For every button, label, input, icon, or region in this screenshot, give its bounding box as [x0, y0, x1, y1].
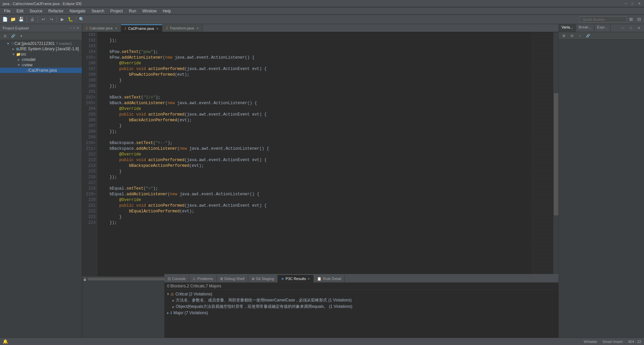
tab-label-transform: Transform.java [170, 26, 194, 30]
rp-tabs: Varia... Break... Expr... ─ □ ✕ [559, 24, 644, 32]
toolbar-save[interactable]: 💾 [17, 16, 25, 23]
major-group-header[interactable]: ▸ ℹ Major (7 Violations) [166, 310, 558, 316]
tab-problems-label: Problems [197, 277, 213, 281]
line-numbers: 191192193194 195=196197198 199200201202=… [82, 32, 97, 276]
menu-run[interactable]: Run [126, 8, 139, 14]
rp-btn-4[interactable]: 🔗 [584, 32, 592, 40]
rp-tab-breakpoints[interactable]: Break... [576, 24, 594, 32]
critical-warn-icon: ⚠ [170, 292, 174, 296]
rp-close[interactable]: ✕ [635, 24, 643, 32]
menu-navigate[interactable]: Navigate [67, 8, 88, 14]
rp-controls: ─ □ ✕ [618, 24, 644, 32]
rp-minimize[interactable]: ─ [619, 24, 627, 32]
tab-p3c-label: P3C Results [285, 277, 306, 281]
violation-expand-1: ▸ [172, 298, 174, 303]
menu-search[interactable]: Search [89, 8, 107, 14]
tree-item-src[interactable]: ▾ 📁 src [0, 52, 82, 57]
tab-calculate[interactable]: J Calculate.java ✕ [82, 24, 121, 32]
rp-btn-1[interactable]: ⊞ [560, 32, 568, 40]
rp-tab-breakpoints-label: Break... [579, 25, 591, 29]
tree-item-root[interactable]: ▾ ☆ Cal [java201721123017 master] [0, 41, 82, 46]
quick-access-input[interactable] [580, 16, 627, 22]
tab-p3c-close[interactable]: ✕ [307, 277, 310, 281]
rp-tab-variables[interactable]: Varia... [559, 24, 576, 32]
menu-bar: File Edit Source Refactor Navigate Searc… [0, 7, 644, 15]
pe-maximize[interactable]: □ [73, 26, 75, 30]
tab-p3c[interactable]: ➤ P3C Results ✕ [278, 275, 314, 282]
toolbar-debug[interactable]: 🐛 [67, 16, 74, 23]
menu-window[interactable]: Window [140, 8, 159, 14]
toolbar: 📄 📁 💾 🖨 ↩ ↪ ▶ 🐛 🔍 ⊞ ⊟ [0, 15, 644, 24]
tab-close-transform[interactable]: ✕ [196, 26, 199, 30]
tab-debug-shell-label: Debug Shell [224, 277, 245, 281]
pe-minimize[interactable]: ─ [69, 26, 72, 30]
tree-expand-src: ▾ [11, 52, 16, 57]
pe-collapse-all[interactable]: ⊟ [1, 32, 9, 40]
rp-maximize[interactable]: □ [627, 24, 635, 32]
code-area[interactable]: }); bPow.setText("pow"); bPow.addActionL… [97, 32, 532, 276]
rp-tab-expressions[interactable]: Expr... [594, 24, 610, 32]
tree-item-model[interactable]: ▸ ⊞ model [0, 57, 82, 62]
tab-console[interactable]: ⊡ Console [164, 275, 189, 282]
tree-expand-jre: ▸ [11, 47, 16, 51]
editor-outer: J Calculate.java ✕ J CalJFrame.java ✕ J … [82, 24, 558, 345]
tree-item-jre[interactable]: ▸ ⊞ JRE System Library [JavaSE-1.8] [0, 46, 82, 52]
rp-btn-3[interactable]: ↕ [576, 32, 584, 40]
violation-item-2[interactable]: ▸ Object的equals方法容易抛空指针异常，应使用常量或确定有值的对象来… [171, 303, 558, 310]
menu-project[interactable]: Project [108, 8, 125, 14]
toolbar-open[interactable]: 📁 [9, 16, 17, 23]
menu-help[interactable]: Help [160, 8, 174, 14]
pe-close[interactable]: ✕ [76, 26, 79, 30]
rp-btn-2[interactable]: ⊟ [568, 32, 576, 40]
tab-rule-label: Rule Detail [323, 277, 341, 281]
tab-console-icon: ⊡ [168, 277, 171, 281]
toolbar-new[interactable]: 📄 [1, 16, 9, 23]
tab-git-staging[interactable]: ⊕ Git Staging [248, 275, 278, 282]
tree-item-caljframe[interactable]: J CalJFrame.java [0, 68, 82, 73]
critical-group-header[interactable]: ▾ ⚠ Critical (2 Violations) [166, 291, 558, 297]
tab-caljframe[interactable]: J CalJFrame.java ✕ [121, 24, 163, 32]
tree-expand-view: ▾ [16, 63, 21, 67]
tab-console-label: Console [172, 277, 185, 281]
h-scroll-left[interactable]: ◂ [84, 277, 86, 281]
toolbar-undo[interactable]: ↩ [40, 16, 47, 23]
tab-rule-detail[interactable]: 📋 Rule Detail [314, 275, 345, 282]
toolbar-perspective-2[interactable]: ⊟ [635, 16, 643, 23]
pe-header: Project Explorer ─ □ ✕ [0, 24, 82, 32]
tab-close-calculate[interactable]: ✕ [115, 26, 117, 30]
toolbar-run[interactable]: ▶ [59, 16, 66, 23]
violation-item-1[interactable]: ▸ 方法名、参数名、成员变量、局部变量都统一使用lowerCamelCase，必… [171, 297, 558, 303]
tree-expand-model: ▸ [16, 57, 21, 62]
pe-link-editor[interactable]: 🔗 [9, 32, 17, 40]
tab-close-caljframe[interactable]: ✕ [156, 27, 159, 30]
project-explorer: Project Explorer ─ □ ✕ ⊟ 🔗 ▾ ▾ ☆ Cal [ja… [0, 24, 82, 345]
tree-icon-project: ☆ [11, 41, 14, 46]
toolbar-search[interactable]: 🔍 [78, 16, 85, 23]
critical-expand-icon: ▾ [167, 292, 169, 296]
rp-tab-variables-label: Varia... [561, 25, 573, 29]
toolbar-redo[interactable]: ↪ [48, 16, 55, 23]
tree-item-view[interactable]: ▾ ⊞ view [0, 62, 82, 68]
tab-transform[interactable]: J Transform.java ✕ [162, 24, 202, 32]
maximize-button[interactable]: □ [631, 2, 635, 6]
menu-refactor[interactable]: Refactor [46, 8, 66, 14]
summary-bar: 0 Blockers,2 Criticals,7 Majors [164, 283, 558, 290]
main-layout: Project Explorer ─ □ ✕ ⊟ 🔗 ▾ ▾ ☆ Cal [ja… [0, 24, 644, 345]
tab-problems[interactable]: ⚠ Problems [189, 275, 216, 282]
window-title: java - Cal/src/view/CalJFrame.java - Ecl… [3, 2, 82, 6]
toolbar-print[interactable]: 🖨 [29, 16, 36, 23]
close-button[interactable]: ✕ [637, 2, 641, 6]
pe-view-menu[interactable]: ▾ [17, 32, 25, 40]
toolbar-sep-4 [76, 16, 76, 22]
bottom-content: ▾ ⚠ Critical (2 Violations) ▸ 方法名、参数名、成员… [164, 290, 558, 338]
menu-source[interactable]: Source [27, 8, 45, 14]
tree-icon-view: ⊞ [21, 63, 24, 67]
tab-debug-shell[interactable]: ⊞ Debug Shell [217, 275, 248, 282]
editor-main: 191192193194 195=196197198 199200201202=… [82, 32, 558, 276]
menu-file[interactable]: File [1, 8, 13, 14]
toolbar-perspective-1[interactable]: ⊞ [627, 16, 635, 23]
editor-tabs: J Calculate.java ✕ J CalJFrame.java ✕ J … [82, 24, 558, 32]
menu-edit[interactable]: Edit [14, 8, 26, 14]
minimize-button[interactable]: ─ [624, 2, 628, 6]
status-insert-mode: Smart Insert [602, 340, 623, 344]
